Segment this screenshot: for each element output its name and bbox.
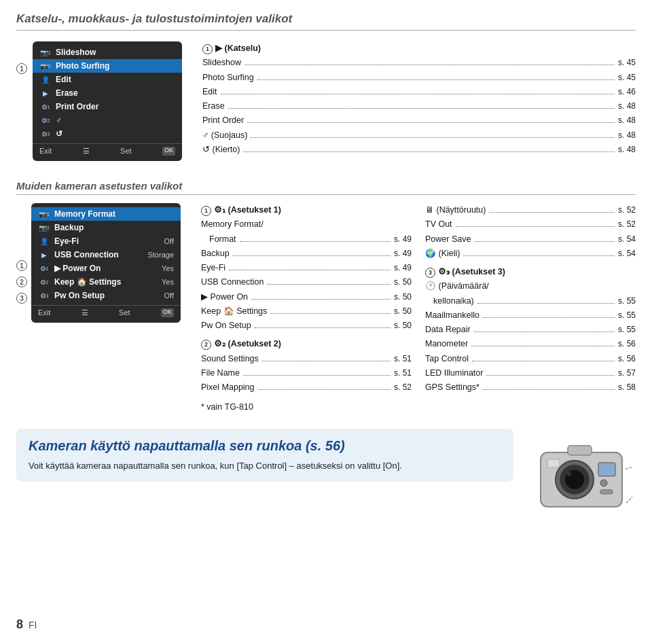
camera-icon-m1: 📷1 (38, 209, 50, 219)
val-usb: Storage (147, 251, 174, 259)
num-bottom-2: 2 (16, 276, 27, 287)
item-label-photosurfing: Photo Surfing (56, 61, 175, 71)
exit-label-2: Exit (38, 308, 50, 317)
dots-pixelmapping (258, 389, 391, 390)
page-pwonsetup2: s. 50 (394, 319, 412, 332)
item-label-suojaus: ♂ (56, 115, 175, 125)
top-section: 1 📷1 Slideshow 📷2 Photo Surfing 👤 Edit ▶ (16, 41, 636, 161)
text-eyefi2: Eye-Fi (201, 261, 225, 275)
text-kierto: ↺ (Kierto) (202, 143, 240, 157)
dots-tvout (456, 226, 615, 227)
page-datarepair: s. 55 (618, 323, 636, 336)
page-keepsettings2: s. 50 (394, 304, 412, 318)
camera-illustration (530, 429, 632, 517)
text-keepsettings2: Keep 🏠 Settings (201, 304, 267, 319)
line-edit: Edit s. 46 (202, 85, 636, 99)
line-maailmankello: Maailmankello s. 55 (425, 308, 636, 323)
menu-item-pwonsetup: ⚙3 Pw On Setup Off (31, 289, 181, 302)
dots-gpssettings (483, 389, 615, 390)
menu-item-memformat: 📷1 Memory Format (31, 207, 181, 221)
bottom-content: 1 ⚙₁ (Asetukset 1) Memory Format/ Format… (201, 203, 636, 415)
settings-menu: 📷1 Memory Format 📷2 Backup 👤 Eye-Fi Off … (31, 203, 181, 323)
num-bottom-3: 3 (16, 293, 27, 304)
page-pixelmapping: s. 52 (394, 380, 412, 394)
line-filename: File Name s. 51 (201, 366, 412, 380)
dots-pwonsetup2 (255, 327, 391, 328)
line-naytto: 🖥 (Näyttöruutu) s. 52 (425, 203, 636, 217)
item-label-edit: Edit (56, 75, 175, 84)
slideshow-menu: 📷1 Slideshow 📷2 Photo Surfing 👤 Edit ▶ E… (33, 41, 182, 161)
menu-item-edit: 👤 Edit (33, 73, 182, 86)
dots-manometer (471, 346, 615, 346)
text-tvout: TV Out (425, 217, 452, 232)
katselu-label: ▶ (Katselu) (215, 41, 261, 56)
line-backup2: Backup s. 49 (201, 247, 412, 261)
wrench-icon-1: ⚙1 (39, 102, 52, 111)
line-paivamaara: 🕐 (Päivämäärä/ (425, 279, 636, 293)
camera-icon-m2: 📷2 (38, 223, 50, 232)
camera-icon-1: 📷1 (39, 48, 52, 57)
play-icon: ▶ (39, 88, 52, 98)
dots-sound (262, 361, 391, 361)
text-maailmankello: Maailmankello (425, 308, 479, 323)
item-label-poweron: ▶ Power On (54, 264, 158, 273)
text-usb2: USB Connection (201, 275, 264, 289)
label-asetukset3: ⚙₃ (Asetukset 3) (438, 265, 505, 279)
dots-tapcontrol (472, 361, 615, 361)
page-gpssettings: s. 58 (618, 380, 636, 394)
line-memformat: Memory Format/ (201, 217, 412, 232)
wrench-icon-m1: ⚙1 (38, 264, 50, 273)
dots-usb2 (267, 284, 391, 285)
page-maailmankello: s. 55 (618, 308, 636, 322)
page-edit: s. 46 (618, 85, 636, 99)
page-erase: s. 48 (618, 99, 636, 113)
item-label-eyefi: Eye-Fi (54, 236, 160, 246)
text-kieli: 🌍 (Kieli) (425, 247, 460, 261)
katselu-header: 1 ▶ (Katselu) (202, 41, 636, 56)
line-printorder: Print Order s. 48 (202, 113, 636, 128)
text-tapcontrol: Tap Control (425, 352, 469, 366)
item-label-keepsettings: Keep 🏠 Settings (54, 277, 158, 287)
menu-icon-2: ☰ (82, 308, 88, 317)
page-powersave: s. 54 (618, 232, 636, 246)
dots-kellonaika (477, 303, 615, 304)
dots-filename (243, 375, 391, 376)
set-label-1: Set (120, 147, 132, 156)
text-erase: Erase (202, 99, 225, 113)
menu-footer-1: Exit ☰ Set OK (33, 143, 182, 157)
menu-panel-1: 1 📷1 Slideshow 📷2 Photo Surfing 👤 Edit ▶ (16, 41, 182, 161)
page-header: Katselu-, muokkaus- ja tulostustoimintoj… (16, 12, 636, 31)
menu-item-usb: ▶ USB Connection Storage (31, 248, 181, 262)
dots-format (240, 241, 391, 242)
dots-powersave (474, 241, 615, 242)
svg-rect-7 (598, 463, 615, 476)
callout-title: Kameran käyttö napauttamalla sen runkoa … (29, 438, 501, 454)
vain-note: * vain TG-810 (201, 400, 412, 414)
page-suojaus: s. 48 (618, 128, 636, 142)
page-photosurfing: s. 45 (618, 71, 636, 84)
num-1: 1 (16, 63, 27, 74)
section2-header: Muiden kameran asetusten valikot (16, 180, 636, 195)
page-naytto: s. 52 (618, 203, 636, 217)
text-printorder: Print Order (202, 113, 244, 128)
person-icon: 👤 (39, 75, 52, 84)
page-ledilluminator: s. 57 (618, 366, 636, 380)
dots-photosurfing (257, 79, 615, 80)
dots-backup2 (233, 255, 391, 256)
dots-slideshow (244, 65, 615, 65)
dots-edit (221, 94, 615, 94)
text-memformat: Memory Format/ (201, 217, 264, 232)
camera-image-wrap (527, 429, 636, 517)
item-label-printorder: Print Order (56, 102, 175, 111)
dots-maailmankello (483, 317, 615, 318)
play-icon-m: ▶ (38, 250, 50, 260)
person-icon-m: 👤 (38, 236, 50, 246)
text-pixelmapping: Pixel Mapping (201, 380, 255, 395)
text-gpssettings: GPS Settings* (425, 380, 479, 395)
item-label-kierto: ↺ (56, 129, 175, 139)
menu-item-kierto: ⚙3 ↺ (33, 127, 182, 141)
num-asetukset2: 2 (201, 340, 211, 350)
item-label-pwonsetup: Pw On Setup (54, 291, 160, 300)
dots-kierto (243, 151, 615, 152)
page-format: s. 49 (394, 232, 412, 246)
